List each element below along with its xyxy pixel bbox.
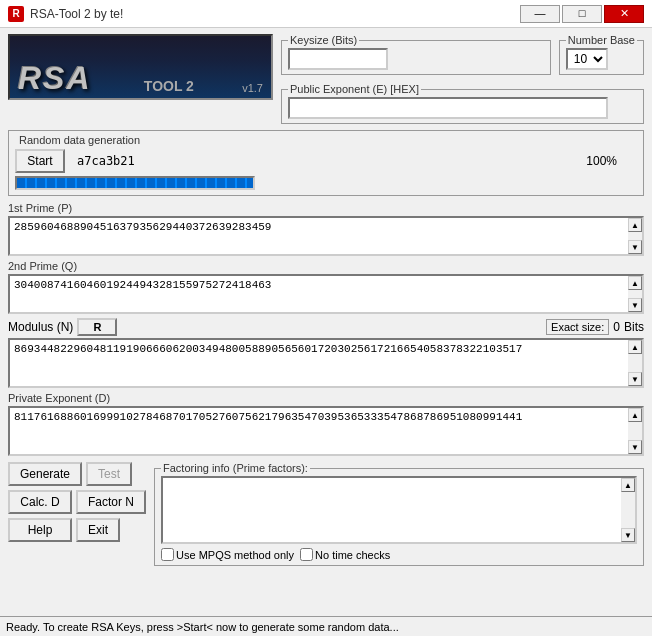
help-button[interactable]: Help (8, 518, 72, 542)
top-inputs: Keysize (Bits) 256 Number Base 10 2 8 16… (281, 34, 644, 124)
no-time-label: No time checks (315, 549, 390, 561)
public-exponent-input[interactable]: 10001 (288, 97, 608, 119)
no-time-checkbox-label[interactable]: No time checks (300, 548, 390, 561)
prime-q-value: 304008741604601924494328155975272418463 (8, 274, 628, 314)
bottom-area: Generate Test Calc. D Factor N Help Exit… (8, 462, 644, 566)
app-icon: R (8, 6, 24, 22)
keysize-fieldset: Keysize (Bits) 256 (281, 34, 551, 75)
prime-q-section: 304008741604601924494328155975272418463 … (8, 274, 644, 314)
exact-size-box: Exact size: 0 Bits (546, 319, 644, 335)
seed-value: a7ca3b21 (77, 154, 135, 168)
status-bar: Ready. To create RSA Keys, press >Start<… (0, 616, 652, 636)
button-row-1: Generate Test (8, 462, 146, 486)
factoring-scrollbar[interactable]: ▲ ▼ (621, 476, 637, 544)
factoring-fieldset: Factoring info (Prime factors): ▲ ▼ Use … (154, 462, 644, 566)
factoring-legend: Factoring info (Prime factors): (161, 462, 310, 474)
mpqs-checkbox[interactable] (161, 548, 174, 561)
private-exp-scroll-up[interactable]: ▲ (628, 408, 642, 422)
factoring-scroll-down[interactable]: ▼ (621, 528, 635, 542)
main-content: RSA TOOL 2 v1.7 Keysize (Bits) 256 Numbe… (0, 28, 652, 636)
top-row: RSA TOOL 2 v1.7 Keysize (Bits) 256 Numbe… (8, 34, 644, 124)
exit-button[interactable]: Exit (76, 518, 120, 542)
numberbase-select[interactable]: 10 2 8 16 (566, 48, 608, 70)
modulus-left: Modulus (N) R (8, 318, 117, 336)
modulus-scrollbar[interactable]: ▲ ▼ (628, 338, 644, 388)
keysize-input[interactable]: 256 (288, 48, 388, 70)
modulus-scroll-up[interactable]: ▲ (628, 340, 642, 354)
random-data-legend: Random data generation (19, 134, 637, 146)
calc-d-button[interactable]: Calc. D (8, 490, 72, 514)
keysize-numberbase-row: Keysize (Bits) 256 Number Base 10 2 8 16 (281, 34, 644, 75)
mpqs-label: Use MPQS method only (176, 549, 294, 561)
exact-size-label: Exact size: (546, 319, 609, 335)
percent-value: 100% (586, 154, 617, 168)
public-exponent-fieldset: Public Exponent (E) [HEX] 10001 (281, 83, 644, 124)
public-exponent-legend: Public Exponent (E) [HEX] (288, 83, 421, 95)
prime-q-scroll-down[interactable]: ▼ (628, 298, 642, 312)
start-button[interactable]: Start (15, 149, 65, 173)
random-data-section: Random data generation Start a7ca3b21 10… (8, 130, 644, 196)
private-exp-scroll-down[interactable]: ▼ (628, 440, 642, 454)
modulus-header: Modulus (N) R Exact size: 0 Bits (8, 318, 644, 336)
prime-p-section: 285960468890451637935629440372639283459 … (8, 216, 644, 256)
progress-bar-fill (17, 178, 253, 188)
prime-p-value: 285960468890451637935629440372639283459 (8, 216, 628, 256)
title-bar-left: R RSA-Tool 2 by te! (8, 6, 123, 22)
modulus-section: 8693448229604811919066606200349480058890… (8, 338, 644, 388)
prime-p-scroll-up[interactable]: ▲ (628, 218, 642, 232)
prime-q-label: 2nd Prime (Q) (8, 260, 644, 272)
window-title: RSA-Tool 2 by te! (30, 7, 123, 21)
no-time-checkbox[interactable] (300, 548, 313, 561)
private-exponent-value: 8117616886016999102784687017052760756217… (8, 406, 628, 456)
generate-button[interactable]: Generate (8, 462, 82, 486)
title-bar: R RSA-Tool 2 by te! — □ ✕ (0, 0, 652, 28)
maximize-button[interactable]: □ (562, 5, 602, 23)
factor-n-button[interactable]: Factor N (76, 490, 146, 514)
prime-q-scrollbar[interactable]: ▲ ▼ (628, 274, 644, 314)
progress-bar-container (15, 176, 255, 190)
button-row-3: Help Exit (8, 518, 146, 542)
test-button[interactable]: Test (86, 462, 132, 486)
prime-p-label: 1st Prime (P) (8, 202, 644, 214)
factoring-text (161, 476, 621, 544)
left-buttons: Generate Test Calc. D Factor N Help Exit (8, 462, 146, 566)
close-button[interactable]: ✕ (604, 5, 644, 23)
factoring-area: ▲ ▼ (161, 476, 637, 544)
mpqs-checkbox-label[interactable]: Use MPQS method only (161, 548, 294, 561)
prime-p-scroll-down[interactable]: ▼ (628, 240, 642, 254)
prime-p-scrollbar[interactable]: ▲ ▼ (628, 216, 644, 256)
modulus-value: 8693448229604811919066606200349480058890… (8, 338, 628, 388)
modulus-label: Modulus (N) (8, 320, 73, 334)
private-exponent-scrollbar[interactable]: ▲ ▼ (628, 406, 644, 456)
button-row-2: Calc. D Factor N (8, 490, 146, 514)
checkboxes-row: Use MPQS method only No time checks (161, 548, 637, 561)
r-button[interactable]: R (77, 318, 117, 336)
keysize-legend: Keysize (Bits) (288, 34, 359, 46)
private-exponent-section: 8117616886016999102784687017052760756217… (8, 406, 644, 456)
exact-size-value: 0 (613, 320, 620, 334)
numberbase-legend: Number Base (566, 34, 637, 46)
modulus-scroll-down[interactable]: ▼ (628, 372, 642, 386)
bits-label: Bits (624, 320, 644, 334)
logo-version: v1.7 (242, 82, 263, 94)
factoring-scroll-up[interactable]: ▲ (621, 478, 635, 492)
numberbase-fieldset: Number Base 10 2 8 16 (559, 34, 644, 75)
random-data-row: Start a7ca3b21 100% (15, 149, 637, 173)
logo-text: RSA (18, 62, 92, 94)
status-text: Ready. To create RSA Keys, press >Start<… (6, 621, 399, 633)
window-controls: — □ ✕ (520, 5, 644, 23)
private-exponent-label: Private Exponent (D) (8, 392, 644, 404)
logo-tool: TOOL 2 (144, 78, 194, 94)
prime-q-scroll-up[interactable]: ▲ (628, 276, 642, 290)
logo-box: RSA TOOL 2 v1.7 (8, 34, 273, 100)
minimize-button[interactable]: — (520, 5, 560, 23)
